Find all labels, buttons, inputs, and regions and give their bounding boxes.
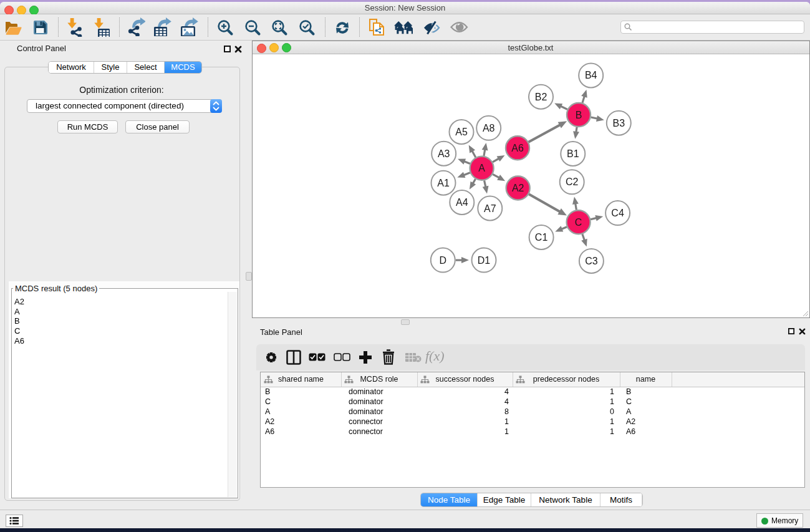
- svg-text:C4: C4: [611, 208, 624, 218]
- svg-text:C3: C3: [585, 256, 598, 266]
- svg-text:A4: A4: [456, 197, 468, 208]
- svg-text:C: C: [574, 217, 582, 228]
- svg-text:A5: A5: [455, 127, 468, 137]
- svg-text:B1: B1: [567, 148, 579, 159]
- svg-text:B3: B3: [612, 118, 625, 128]
- svg-text:B: B: [575, 110, 582, 120]
- svg-text:A7: A7: [484, 203, 496, 214]
- svg-text:A3: A3: [437, 148, 450, 159]
- svg-text:A6: A6: [511, 143, 524, 153]
- svg-text:A2: A2: [511, 183, 524, 193]
- svg-text:C2: C2: [565, 177, 578, 187]
- svg-text:A1: A1: [437, 178, 450, 188]
- svg-text:B4: B4: [584, 70, 597, 80]
- svg-text:A: A: [478, 163, 485, 173]
- svg-text:B2: B2: [534, 92, 547, 102]
- svg-text:C1: C1: [534, 232, 547, 243]
- svg-text:D1: D1: [477, 255, 490, 266]
- svg-text:A8: A8: [482, 123, 494, 133]
- svg-text:D: D: [439, 255, 446, 266]
